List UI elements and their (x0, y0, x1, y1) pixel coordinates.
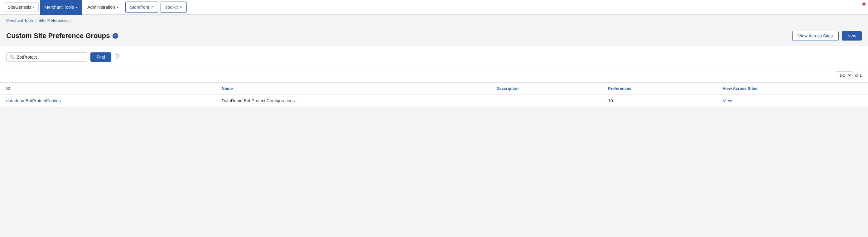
find-button[interactable]: Find (90, 52, 111, 62)
breadcrumb-sep-2: / (70, 18, 72, 23)
site-selector-label: SiteGenesis (8, 5, 31, 10)
site-selector-chevron: ▾ (33, 6, 35, 9)
nav-administration[interactable]: Administration ▾ (83, 0, 123, 15)
page-title-area: Custom Site Preference Groups ? (6, 32, 118, 40)
toolkit-external-icon: ↗ (179, 5, 182, 9)
nav-storefront-label: Storefront (130, 5, 149, 10)
pagination-row: 1-1 of 1 (0, 68, 868, 82)
search-bar: 🔍 Find ⛉ (0, 46, 868, 68)
cell-description (490, 94, 602, 107)
breadcrumb: Merchant Tools / Site Preferences / (0, 15, 868, 26)
nav-merchant-tools-chevron: ▾ (76, 6, 77, 9)
nav-storefront[interactable]: Storefront ↗ (125, 2, 158, 13)
filter-icon[interactable]: ⛉ (115, 54, 119, 60)
nav-administration-chevron: ▾ (117, 6, 119, 9)
storefront-external-icon: ↗ (151, 5, 153, 9)
page-title: Custom Site Preference Groups (6, 32, 110, 40)
site-selector[interactable]: SiteGenesis ▾ (4, 2, 39, 12)
search-input[interactable] (17, 55, 84, 60)
main-content: 🔍 Find ⛉ 1-1 of 1 ID Name Description Pr… (0, 46, 868, 107)
cell-name: DataDome Bot Protect Configurations (215, 94, 490, 107)
table-header: ID Name Description Preferences View Acr… (0, 83, 868, 94)
nav-administration-label: Administration (87, 5, 115, 10)
pagination-of-label: of 1 (855, 73, 862, 78)
header-actions: View Across Sites New (792, 31, 862, 41)
notification-dot (862, 2, 866, 6)
col-header-name: Name (215, 83, 490, 94)
help-icon[interactable]: ? (113, 33, 118, 39)
data-table: ID Name Description Preferences View Acr… (0, 82, 868, 107)
view-link[interactable]: View (723, 98, 732, 103)
breadcrumb-site-preferences[interactable]: Site Preferences (39, 18, 69, 23)
table-body: datadomeBotProtectConfigs DataDome Bot P… (0, 94, 868, 107)
table-header-row: ID Name Description Preferences View Acr… (0, 83, 868, 94)
cell-id: datadomeBotProtectConfigs (0, 94, 215, 107)
breadcrumb-sep-1: / (35, 18, 37, 23)
table-row: datadomeBotProtectConfigs DataDome Bot P… (0, 94, 868, 107)
cell-preferences: 10 (602, 94, 716, 107)
nav-merchant-tools[interactable]: Merchant Tools ▾ (40, 0, 82, 15)
cell-view-across-sites: View (716, 94, 868, 107)
col-header-preferences: Preferences (602, 83, 716, 94)
top-navigation: SiteGenesis ▾ Merchant Tools ▾ Administr… (0, 0, 868, 15)
col-header-view-across-sites: View Across Sites (716, 83, 868, 94)
nav-merchant-tools-label: Merchant Tools (44, 5, 74, 10)
breadcrumb-merchant-tools[interactable]: Merchant Tools (6, 18, 34, 23)
search-input-wrap: 🔍 (6, 52, 87, 62)
new-button[interactable]: New (842, 31, 862, 40)
view-across-sites-button[interactable]: View Across Sites (792, 31, 839, 41)
nav-toolkit-label: Toolkit (165, 5, 178, 10)
col-header-id: ID (0, 83, 215, 94)
col-header-description: Description (490, 83, 602, 94)
search-icon: 🔍 (10, 55, 14, 60)
id-link[interactable]: datadomeBotProtectConfigs (6, 98, 61, 103)
page-range-select[interactable]: 1-1 (836, 71, 852, 79)
nav-toolkit[interactable]: Toolkit ↗ (161, 2, 187, 13)
page-header: Custom Site Preference Groups ? View Acr… (0, 26, 868, 46)
